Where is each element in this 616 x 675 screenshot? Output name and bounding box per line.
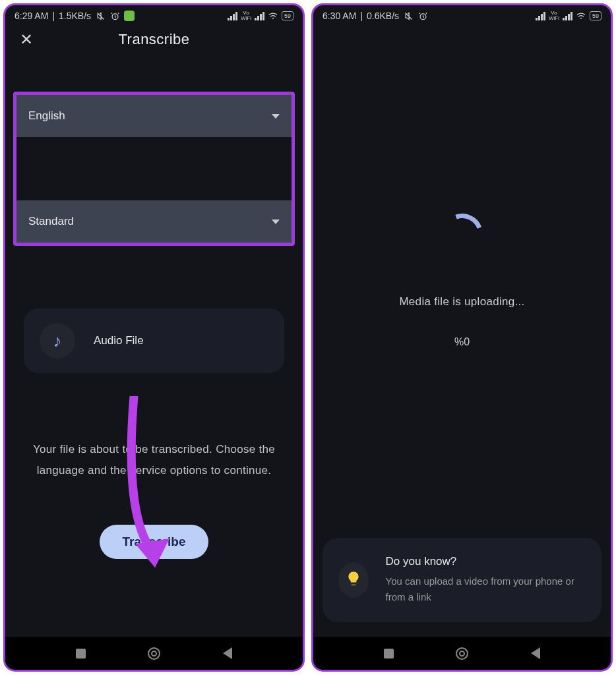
transcribe-button[interactable]: Transcribe (100, 525, 208, 559)
lightbulb-icon (345, 570, 362, 590)
app-badge-icon (124, 11, 135, 21)
nav-back-icon[interactable] (531, 647, 540, 659)
audio-icon-wrapper: ♪ (40, 323, 75, 359)
nav-recents-icon[interactable] (384, 649, 394, 659)
nav-back-icon[interactable] (223, 647, 232, 659)
phone-screen-transcribe: 6:29 AM | 1.5KB/s VoWiFi 59 ✕ Transcribe (3, 3, 305, 672)
upload-status-text: Media file is uploading... (399, 295, 524, 308)
wifi-icon (268, 11, 278, 21)
bulb-icon-wrapper (338, 562, 369, 598)
signal-icon-2 (255, 12, 264, 20)
app-bar: ✕ Transcribe (5, 24, 303, 62)
android-nav-bar (5, 637, 303, 670)
android-nav-bar (313, 637, 611, 670)
tip-card: Do you know? You can upload a video from… (323, 538, 601, 622)
highlight-annotation: English Standard (13, 92, 295, 246)
alarm-icon (109, 11, 120, 21)
tip-body: You can upload a video from your phone o… (386, 573, 586, 605)
mode-dropdown[interactable]: Standard (16, 200, 292, 243)
signal-icon (228, 12, 237, 20)
status-time: 6:29 AM (15, 11, 48, 21)
file-card[interactable]: ♪ Audio File (24, 308, 284, 373)
language-value: English (28, 109, 65, 123)
signal-icon (536, 12, 545, 20)
tip-title: Do you know? (386, 555, 586, 568)
mute-icon (403, 11, 414, 21)
battery-indicator: 59 (282, 11, 293, 20)
chevron-down-icon (272, 220, 280, 224)
page-title: Transcribe (118, 31, 189, 48)
uploading-section: Media file is uploading... %0 (313, 24, 611, 538)
status-net-speed: 0.6KB/s (367, 11, 399, 21)
upload-percent: %0 (454, 336, 470, 348)
chevron-down-icon (272, 114, 280, 119)
vowifi-icon: VoWiFi (241, 11, 251, 21)
nav-home-icon[interactable] (148, 647, 160, 660)
battery-indicator: 59 (590, 11, 601, 20)
mute-icon (95, 11, 106, 21)
status-net-speed: 1.5KB/s (59, 11, 91, 21)
status-bar: 6:29 AM | 1.5KB/s VoWiFi 59 (5, 5, 303, 24)
music-note-icon: ♪ (53, 331, 62, 351)
phone-screen-uploading: 6:30 AM | 0.6KB/s VoWiFi 59 Media file i… (311, 3, 613, 672)
wifi-icon (576, 11, 586, 21)
status-time: 6:30 AM (323, 11, 356, 21)
nav-home-icon[interactable] (456, 647, 468, 660)
signal-icon-2 (563, 12, 572, 20)
status-bar: 6:30 AM | 0.6KB/s VoWiFi 59 (313, 5, 611, 24)
mode-value: Standard (28, 215, 74, 228)
vowifi-icon: VoWiFi (549, 11, 559, 21)
alarm-icon (417, 11, 428, 21)
close-icon[interactable]: ✕ (20, 30, 33, 49)
language-dropdown[interactable]: English (16, 95, 292, 137)
nav-recents-icon[interactable] (76, 649, 86, 659)
file-label: Audio File (94, 334, 144, 347)
spinner-icon (435, 207, 489, 261)
info-text: Your file is about to be transcribed. Ch… (18, 439, 290, 482)
